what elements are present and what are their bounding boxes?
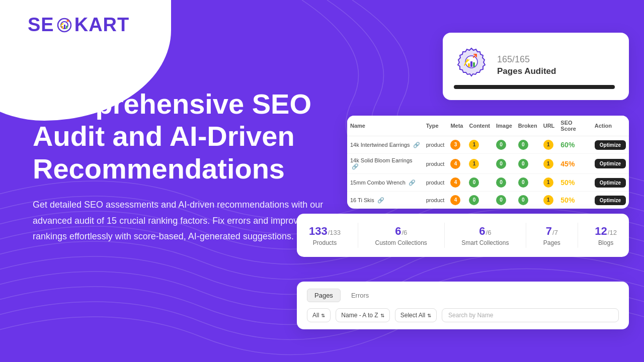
- stat-products-number: 133/133: [309, 225, 341, 238]
- table-row: 14k Intertwined Earrings 🔗 product 3 1 0…: [347, 136, 629, 154]
- tab-errors[interactable]: Errors: [344, 289, 376, 302]
- optimize-button[interactable]: Optimize: [595, 140, 626, 150]
- stat-custom-collections-number: 6/6: [395, 225, 407, 238]
- cell-action[interactable]: Optimize: [592, 174, 629, 192]
- cell-type: product: [423, 154, 448, 174]
- svg-rect-3: [64, 25, 65, 29]
- audit-progress-bar: [454, 85, 615, 89]
- stat-pages-number: 7/7: [546, 225, 558, 238]
- cell-meta: 4: [447, 154, 466, 174]
- cell-name: 14k Intertwined Earrings 🔗: [347, 136, 423, 154]
- cell-action[interactable]: Optimize: [592, 154, 629, 174]
- col-name: Name: [347, 116, 423, 136]
- seo-table: Name Type Meta Content Image Broken URL …: [347, 116, 629, 209]
- link-icon: 🔗: [409, 179, 416, 186]
- search-input[interactable]: Search by Name: [442, 308, 619, 322]
- sort-filter[interactable]: Name - A to Z ⇅: [336, 308, 389, 322]
- select-all-chevron: ⇅: [427, 313, 431, 318]
- cell-action[interactable]: Optimize: [592, 136, 629, 154]
- table-row: 16 Ti Skis 🔗 product 4 0 0 0 1 50% Optim…: [347, 192, 629, 209]
- stat-blogs: 12/12 Blogs: [595, 225, 617, 246]
- stat-blogs-number: 12/12: [595, 225, 617, 238]
- cell-image: 0: [493, 136, 515, 154]
- all-filter[interactable]: All ⇅: [307, 308, 331, 322]
- hero-title: Comprehensive SEO Audit and AI-Driven Re…: [33, 88, 330, 185]
- optimize-button[interactable]: Optimize: [595, 196, 626, 205]
- cell-seo-score: 45%: [557, 154, 591, 174]
- col-image: Image: [493, 116, 515, 136]
- stat-pages-label: Pages: [543, 239, 560, 246]
- logo-part1: SE: [28, 14, 54, 36]
- stat-custom-collections-label: Custom Collections: [375, 239, 427, 246]
- cell-seo-score: 50%: [557, 192, 591, 209]
- stat-pages: 7/7 Pages: [543, 225, 560, 246]
- cell-name: 14k Solid Bloom Earrings 🔗: [347, 154, 423, 174]
- audit-label: Pages Audited: [497, 66, 556, 76]
- logo: SE KART: [28, 14, 129, 36]
- col-type: Type: [423, 116, 448, 136]
- optimize-button[interactable]: Optimize: [595, 178, 626, 188]
- cell-broken: 0: [515, 174, 540, 192]
- cell-url: 1: [540, 154, 558, 174]
- optimize-button[interactable]: Optimize: [595, 159, 626, 168]
- cell-name: 15mm Combo Wrench 🔗: [347, 174, 423, 192]
- audit-stats: 165/165 Pages Audited: [497, 47, 556, 76]
- table-row: 14k Solid Bloom Earrings 🔗 product 4 1 0…: [347, 154, 629, 174]
- svg-rect-8: [473, 62, 475, 67]
- cell-type: product: [423, 192, 448, 209]
- svg-rect-7: [470, 61, 472, 67]
- hero-section: Comprehensive SEO Audit and AI-Driven Re…: [33, 88, 330, 245]
- stat-blogs-label: Blogs: [598, 239, 613, 246]
- cell-content: 1: [466, 154, 493, 174]
- sort-filter-chevron: ⇅: [380, 313, 384, 318]
- stat-smart-collections: 6/6 Smart Collections: [461, 225, 509, 246]
- cell-image: 0: [493, 174, 515, 192]
- cell-broken: 0: [515, 136, 540, 154]
- col-meta: Meta: [447, 116, 466, 136]
- filter-card: Pages Errors All ⇅ Name - A to Z ⇅ Selec…: [297, 282, 629, 329]
- cell-meta: 4: [447, 192, 466, 209]
- audit-count: 165/165: [497, 47, 556, 66]
- cell-type: product: [423, 174, 448, 192]
- col-content: Content: [466, 116, 493, 136]
- link-icon: 🔗: [413, 142, 420, 148]
- cell-image: 0: [493, 192, 515, 209]
- stat-divider-2: [444, 223, 445, 248]
- col-url: URL: [540, 116, 558, 136]
- cell-image: 0: [493, 154, 515, 174]
- logo-text: SE KART: [28, 14, 129, 36]
- cell-meta: 3: [447, 136, 466, 154]
- cell-broken: 0: [515, 154, 540, 174]
- hero-description: Get detailed SEO assessments and AI-driv…: [33, 197, 330, 245]
- stat-divider-4: [578, 223, 578, 248]
- link-icon: 🔗: [377, 197, 384, 203]
- stat-custom-collections: 6/6 Custom Collections: [375, 225, 427, 246]
- link-icon: 🔗: [352, 163, 359, 169]
- cell-broken: 0: [515, 192, 540, 209]
- cell-content: 0: [466, 192, 493, 209]
- tab-pages[interactable]: Pages: [307, 289, 341, 302]
- logo-icon: [55, 16, 73, 34]
- cell-action[interactable]: Optimize: [592, 192, 629, 209]
- stat-products: 133/133 Products: [309, 225, 341, 246]
- cell-content: 0: [466, 174, 493, 192]
- cell-type: product: [423, 136, 448, 154]
- audit-card: 165/165 Pages Audited: [443, 33, 629, 100]
- logo-part2: KART: [74, 14, 130, 36]
- all-filter-chevron: ⇅: [321, 313, 325, 318]
- stats-bar: 133/133 Products 6/6 Custom Collections …: [297, 214, 629, 257]
- cell-seo-score: 50%: [557, 174, 591, 192]
- col-seo-score: SEO Score: [557, 116, 591, 136]
- filter-controls: All ⇅ Name - A to Z ⇅ Select All ⇅ Searc…: [307, 308, 619, 322]
- svg-rect-4: [66, 26, 67, 29]
- cell-meta: 4: [447, 174, 466, 192]
- stat-products-label: Products: [313, 239, 337, 246]
- audit-icon: [454, 44, 489, 79]
- col-action: Action: [592, 116, 629, 136]
- cell-seo-score: 60%: [557, 136, 591, 154]
- cell-name: 16 Ti Skis 🔗: [347, 192, 423, 209]
- cell-url: 1: [540, 192, 558, 209]
- table-row: 15mm Combo Wrench 🔗 product 4 0 0 0 1 50…: [347, 174, 629, 192]
- col-broken: Broken: [515, 116, 540, 136]
- select-all-filter[interactable]: Select All ⇅: [395, 308, 437, 322]
